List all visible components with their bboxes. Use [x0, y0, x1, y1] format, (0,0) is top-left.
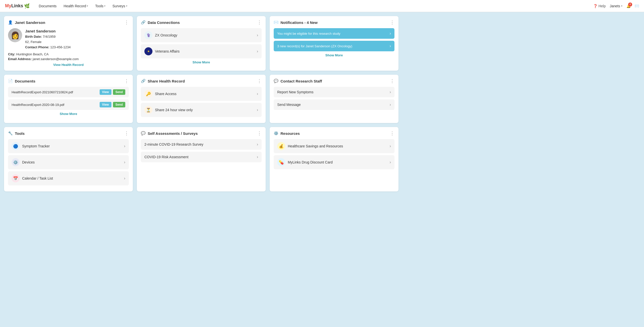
drug-icon: 💊 [277, 158, 285, 166]
contact-research-menu[interactable]: ⋮ [390, 79, 394, 83]
key-icon: 🔑 [144, 90, 152, 98]
chevron-right-icon: › [257, 92, 258, 96]
link-icon: 🔗 [141, 20, 146, 25]
chevron-right-icon: › [390, 144, 391, 148]
avatar: 👩 [8, 28, 22, 42]
nav-documents[interactable]: Documents [36, 3, 60, 10]
resources-header: ⚙️ Resources ⋮ [274, 131, 394, 136]
doc-buttons-1: View Send [100, 89, 125, 95]
profile-card-header: 👤 Janet Sanderson ⋮ [8, 20, 129, 25]
chevron-right-icon: › [257, 49, 258, 54]
document-name-1: HealthRecordExport-20210607210824.pdf [12, 90, 73, 94]
health-record-caret: ▾ [87, 5, 88, 7]
documents-title: 📄 Documents [8, 79, 35, 83]
hourglass-icon: ⏳ [144, 106, 152, 114]
view-health-record-link[interactable]: View Health Record [8, 63, 129, 67]
nav-surveys[interactable]: Surveys ▾ [109, 3, 130, 10]
tools-card: 🔧 Tools ⋮ 🔵 Symptom Tracker › ⚙️ Devices… [4, 127, 133, 191]
view-button-1[interactable]: View [100, 89, 111, 95]
profile-card: 👤 Janet Sanderson ⋮ 👩 Janet Sanderson Bi… [4, 16, 133, 71]
notification-research-study[interactable]: You might be eligible for this research … [274, 28, 394, 39]
documents-card: 📄 Documents ⋮ HealthRecordExport-2021060… [4, 75, 133, 123]
question-icon: ❓ [593, 4, 597, 8]
chevron-right-icon: › [257, 108, 258, 112]
documents-menu[interactable]: ⋮ [124, 79, 129, 83]
report-symptoms-item[interactable]: Report New Symptoms › [274, 87, 394, 97]
help-link[interactable]: ❓ Help [593, 4, 606, 8]
drug-discount-item[interactable]: 💊 MyLinks Drug Discount Card › [274, 155, 394, 169]
chevron-right-icon: › [257, 155, 258, 159]
data-connections-menu[interactable]: ⋮ [257, 20, 262, 25]
document-name-2: HealthRecordExport-2020-08-19.pdf [12, 103, 64, 107]
notifications-menu[interactable]: ⋮ [390, 20, 394, 25]
tools-title: 🔧 Tools [8, 131, 25, 136]
chevron-right-icon: › [390, 31, 391, 36]
mail-icon[interactable]: ✉️ [635, 4, 639, 8]
profile-city: City: Huntington Beach, CA [8, 52, 129, 56]
profile-age-gender: 62, Female [25, 39, 71, 45]
share-access-item[interactable]: 🔑 Share Access › [141, 87, 262, 101]
send-message-item[interactable]: Send Message › [274, 99, 394, 110]
user-caret: ▾ [621, 5, 622, 7]
profile-email: Email Address: janet.sanderson@example.c… [8, 57, 129, 61]
covid-risk-assessment-item[interactable]: COVID-19 Risk Assessment › [141, 152, 262, 162]
gear-icon: ⚙️ [274, 131, 278, 136]
share-24hr-item[interactable]: ⏳ Share 24 hour view only › [141, 103, 262, 117]
va-icon: ★ [144, 47, 152, 55]
contact-research-card: 💬 Contact Research Staff ⋮ Report New Sy… [270, 75, 398, 123]
nav-health-record[interactable]: Health Record ▾ [61, 3, 91, 10]
healthcare-savings-item[interactable]: 💰 Healthcare Savings and Resources › [274, 139, 394, 153]
chevron-right-icon: › [257, 33, 258, 37]
avatar-placeholder: 👩 [11, 31, 20, 39]
send-button-1[interactable]: Send [113, 89, 125, 95]
profile-birth: Birth Date: 7/4/1959 [25, 34, 71, 39]
show-more-notifications[interactable]: Show More [274, 53, 394, 57]
share-icon: 🔗 [141, 79, 146, 83]
share-health-menu[interactable]: ⋮ [257, 79, 262, 83]
envelope-icon: ✉️ [274, 20, 278, 25]
notification-new-records[interactable]: 3 new record(s) for Janet Sanderson (ZX … [274, 41, 394, 51]
user-menu[interactable]: Janets ▾ [610, 4, 622, 8]
chat-icon: 💬 [274, 79, 278, 83]
veterans-affairs-item[interactable]: ★ Veterans Affairs › [141, 44, 262, 58]
profile-top: 👩 Janet Sanderson Birth Date: 7/4/1959 6… [8, 28, 129, 50]
brand-logo[interactable]: MyLinks 🌿 [5, 3, 30, 9]
profile-menu-button[interactable]: ⋮ [124, 20, 129, 25]
bell-badge: 4 [628, 3, 632, 7]
tools-caret: ▾ [104, 5, 105, 7]
zx-onocology-item[interactable]: ⚕️ ZX Onocology › [141, 28, 262, 42]
symptom-tracker-item[interactable]: 🔵 Symptom Tracker › [8, 139, 129, 153]
surveys-header: 💬 Self Assessments / Surveys ⋮ [141, 131, 262, 136]
covid-research-survey-item[interactable]: 2-minute COVID-19 Research Survey › [141, 139, 262, 150]
data-connections-card: 🔗 Data Connections ⋮ ⚕️ ZX Onocology › ★… [137, 16, 266, 71]
profile-name: Janet Sanderson [25, 28, 71, 34]
calendar-item[interactable]: 📅 Calendar / Task List › [8, 171, 129, 185]
wrench-icon: 🔧 [8, 131, 13, 136]
contact-research-header: 💬 Contact Research Staff ⋮ [274, 79, 394, 83]
nav-right: ❓ Help Janets ▾ 🔔 4 ✉️ [593, 4, 639, 8]
data-connections-title: 🔗 Data Connections [141, 20, 180, 25]
chevron-right-icon: › [257, 142, 258, 147]
devices-item[interactable]: ⚙️ Devices › [8, 155, 129, 169]
data-connections-header: 🔗 Data Connections ⋮ [141, 20, 262, 25]
chevron-right-icon: › [390, 90, 391, 94]
resources-card: ⚙️ Resources ⋮ 💰 Healthcare Savings and … [270, 127, 398, 191]
symptom-tracker-icon: 🔵 [12, 142, 20, 150]
notification-bell[interactable]: 🔔 4 [626, 4, 631, 8]
savings-icon: 💰 [277, 142, 285, 150]
show-more-connections[interactable]: Show More [141, 60, 262, 64]
chevron-right-icon: › [124, 176, 125, 181]
document-icon: 📄 [8, 79, 13, 83]
resources-menu[interactable]: ⋮ [390, 131, 394, 136]
send-button-2[interactable]: Send [113, 102, 125, 107]
share-health-header: 🔗 Share Health Record ⋮ [141, 79, 262, 83]
notifications-header: ✉️ Notifications - 4 New ⋮ [274, 20, 394, 25]
nav-tools[interactable]: Tools ▾ [92, 3, 108, 10]
tools-menu[interactable]: ⋮ [124, 131, 129, 136]
view-button-2[interactable]: View [100, 102, 111, 107]
surveys-card: 💬 Self Assessments / Surveys ⋮ 2-minute … [137, 127, 266, 191]
show-more-documents[interactable]: Show More [8, 112, 129, 116]
person-icon: 👤 [8, 20, 13, 25]
devices-icon: ⚙️ [12, 158, 20, 166]
surveys-menu[interactable]: ⋮ [257, 131, 262, 136]
